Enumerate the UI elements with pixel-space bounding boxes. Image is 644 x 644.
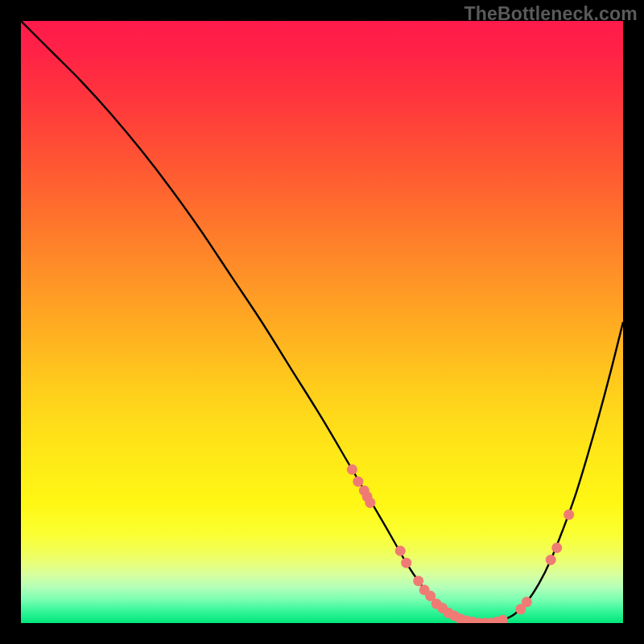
sample-point [365,497,375,508]
watermark-label: TheBottleneck.com [464,3,638,25]
sample-point [401,558,411,568]
sample-point [522,597,532,607]
sample-point [353,477,363,487]
gradient-background [21,21,623,623]
sample-point [395,546,406,556]
sample-point [564,510,574,520]
chart-frame: TheBottleneck.com [0,0,644,644]
sample-point [551,543,562,553]
plot-area [21,21,623,623]
sample-point [347,464,357,475]
sample-point [546,555,556,565]
bottleneck-chart [21,21,623,623]
sample-point [413,576,423,586]
